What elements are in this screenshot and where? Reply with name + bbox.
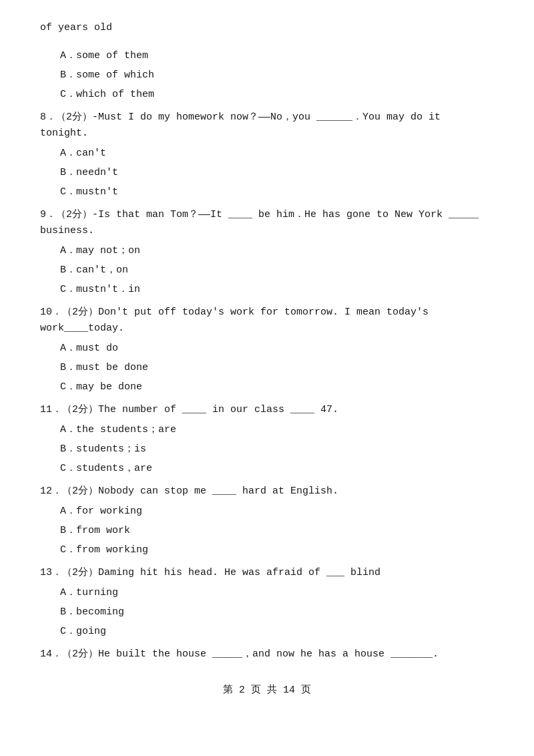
option-c-q8: C．mustn't — [60, 184, 494, 200]
question-11-text: 11．（2分）The number of ____ in our class _… — [40, 402, 494, 418]
question-12-block: 12．（2分）Nobody can stop me ____ hard at E… — [40, 484, 494, 558]
option-a-q7: A．some of them — [60, 48, 494, 64]
option-c-q10: C．may be done — [60, 379, 494, 395]
option-b-q13: B．becoming — [60, 604, 494, 620]
question-11-block: 11．（2分）The number of ____ in our class _… — [40, 402, 494, 477]
header-text: of years old — [40, 20, 494, 36]
option-c-q11: C．students，are — [60, 461, 494, 477]
q7-options-block: A．some of them B．some of which C．which o… — [40, 48, 494, 103]
option-a-q9: A．may not；on — [60, 243, 494, 259]
option-c-q13: C．going — [60, 624, 494, 640]
question-13-text: 13．（2分）Daming hit his head. He was afrai… — [40, 565, 494, 581]
option-c-q7: C．which of them — [60, 87, 494, 103]
option-a-q12: A．for working — [60, 504, 494, 520]
option-a-q13: A．turning — [60, 585, 494, 601]
option-c-q9: C．mustn't．in — [60, 282, 494, 298]
question-8-block: 8．（2分）-Must I do my homework now？——No，yo… — [40, 110, 494, 200]
question-8-text: 8．（2分）-Must I do my homework now？——No，yo… — [40, 110, 494, 142]
question-12-text: 12．（2分）Nobody can stop me ____ hard at E… — [40, 484, 494, 500]
question-13-block: 13．（2分）Daming hit his head. He was afrai… — [40, 565, 494, 640]
page-footer: 第 2 页 共 14 页 — [40, 683, 494, 699]
option-b-q7: B．some of which — [60, 67, 494, 83]
option-a-q11: A．the students；are — [60, 422, 494, 438]
question-9-block: 9．（2分）-Is that man Tom？——It ____ be him．… — [40, 207, 494, 298]
option-b-q8: B．needn't — [60, 165, 494, 181]
question-10-text: 10．（2分）Don't put off today's work for to… — [40, 305, 494, 337]
question-9-text: 9．（2分）-Is that man Tom？——It ____ be him．… — [40, 207, 494, 239]
option-c-q12: C．from working — [60, 542, 494, 558]
option-b-q11: B．students；is — [60, 441, 494, 457]
option-b-q12: B．from work — [60, 523, 494, 539]
option-a-q8: A．can't — [60, 146, 494, 162]
option-b-q10: B．must be done — [60, 360, 494, 376]
question-14-text: 14．（2分）He built the house _____，and now … — [40, 646, 494, 663]
option-b-q9: B．can't，on — [60, 262, 494, 278]
question-10-block: 10．（2分）Don't put off today's work for to… — [40, 305, 494, 395]
option-a-q10: A．must do — [60, 341, 494, 357]
question-14-block: 14．（2分）He built the house _____，and now … — [40, 646, 494, 663]
